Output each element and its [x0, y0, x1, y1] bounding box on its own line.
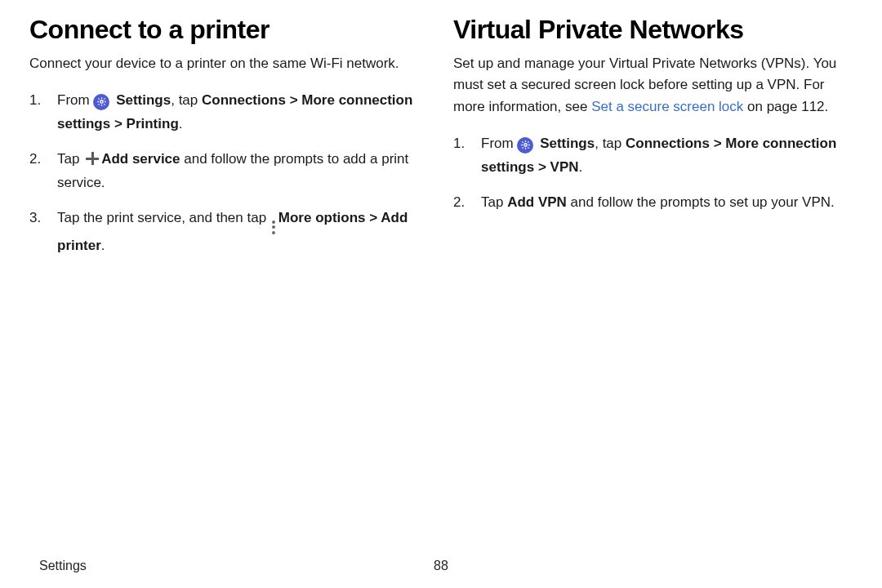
text: Settings: [116, 92, 171, 108]
text: , tap: [595, 136, 626, 151]
vpn-steps: From Settings, tap Connections > More co…: [453, 132, 853, 215]
text: Tap the print service, and then tap: [57, 210, 270, 225]
link-set-secure-lock[interactable]: Set a secure screen lock: [591, 99, 743, 114]
text: >: [710, 136, 725, 151]
text: Tap: [57, 151, 83, 167]
text: .: [179, 116, 183, 131]
text: >: [366, 210, 381, 225]
vpn-step-2: Tap Add VPN and follow the prompts to se…: [453, 191, 853, 215]
text: >: [110, 116, 126, 131]
heading-vpn: Virtual Private Networks: [453, 15, 853, 45]
left-column: Connect to a printer Connect your device…: [29, 15, 429, 270]
text: and follow the prompts to set up your VP…: [567, 194, 835, 210]
more-options-icon: [272, 220, 275, 234]
text: Tap: [481, 194, 507, 210]
text: Settings: [540, 136, 595, 151]
settings-gear-icon: [93, 94, 109, 110]
intro-printer: Connect your device to a printer on the …: [29, 53, 429, 74]
text: Add service: [101, 151, 180, 167]
text: .: [101, 238, 105, 253]
text: on page 112.: [743, 99, 828, 114]
page-content: Connect to a printer Connect your device…: [0, 0, 882, 270]
plus-icon: [86, 152, 99, 165]
text: Connections: [202, 92, 286, 108]
text: >: [286, 92, 301, 108]
text: Connections: [626, 136, 710, 151]
svg-point-0: [100, 100, 103, 103]
text: >: [534, 159, 550, 175]
settings-gear-icon: [517, 137, 533, 154]
page-footer: Settings 88: [0, 559, 882, 573]
text: Add VPN: [507, 194, 567, 210]
printer-steps: From Settings, tap Connections > More co…: [29, 89, 429, 257]
right-column: Virtual Private Networks Set up and mana…: [453, 15, 853, 270]
text: VPN: [550, 159, 579, 175]
svg-point-1: [524, 144, 527, 146]
intro-vpn: Set up and manage your Virtual Private N…: [453, 53, 853, 118]
text: .: [579, 159, 583, 175]
printer-step-2: Tap Add service and follow the prompts t…: [29, 148, 429, 195]
footer-section: Settings: [39, 559, 87, 573]
text: , tap: [171, 92, 202, 108]
heading-connect-printer: Connect to a printer: [29, 15, 429, 45]
vpn-step-1: From Settings, tap Connections > More co…: [453, 132, 853, 180]
text: Printing: [127, 116, 179, 131]
page-number: 88: [434, 559, 448, 573]
text: From: [57, 92, 93, 108]
text: More options: [278, 210, 366, 225]
printer-step-1: From Settings, tap Connections > More co…: [29, 89, 429, 136]
printer-step-3: Tap the print service, and then tap More…: [29, 207, 429, 258]
text: From: [481, 136, 517, 151]
